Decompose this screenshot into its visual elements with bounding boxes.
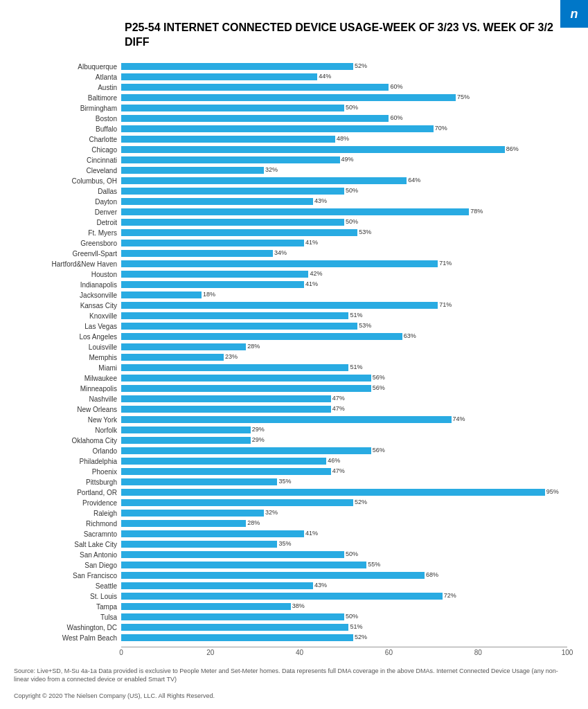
bar-container: 41% — [121, 281, 567, 288]
bar-container: 68% — [121, 572, 567, 579]
bar-label: Ft. Myers — [14, 229, 121, 237]
bar-label: Providence — [14, 499, 121, 507]
x-tick: 40 — [296, 649, 303, 656]
bar-label: Indianapolis — [14, 281, 121, 289]
bar-row: Atlanta44% — [14, 73, 567, 82]
bar-row: Detroit50% — [14, 218, 567, 227]
bar-value: 56% — [373, 374, 385, 381]
bar-container: 71% — [121, 302, 567, 309]
bar-label: Milwaukee — [14, 375, 121, 382]
bar-label: Houston — [14, 271, 121, 278]
bar-row: Minneapolis56% — [14, 384, 567, 393]
bar-row: Tulsa50% — [14, 613, 567, 622]
bar-value: 50% — [346, 550, 358, 557]
bar-container: 75% — [121, 94, 567, 101]
bar-value: 60% — [390, 83, 402, 90]
bar-row: Denver78% — [14, 208, 567, 217]
bar-label: Albuquerque — [14, 63, 121, 71]
bar-row: Phoenix47% — [14, 467, 567, 476]
bar-value: 75% — [457, 93, 470, 100]
bar-label: Charlotte — [14, 136, 121, 143]
bar-label: Cleveland — [14, 167, 121, 174]
bar-fill — [121, 115, 389, 122]
bar-row: New York74% — [14, 415, 567, 424]
bar-value: 56% — [373, 447, 385, 454]
bar-fill — [121, 343, 246, 350]
bar-value: 60% — [390, 114, 402, 121]
bar-label: Atlanta — [14, 73, 121, 81]
bar-value: 50% — [346, 218, 358, 225]
x-tick: 20 — [206, 649, 214, 656]
bar-fill — [121, 634, 353, 641]
bar-value: 50% — [346, 104, 358, 111]
bar-container: 32% — [121, 510, 567, 517]
bar-container: 28% — [121, 520, 567, 527]
bar-label: Orlando — [14, 447, 121, 455]
bar-row: Dayton43% — [14, 197, 567, 206]
bar-row: Cincinnati49% — [14, 156, 567, 165]
bar-row: Seattle43% — [14, 582, 567, 591]
bar-fill — [121, 260, 438, 267]
bar-value: 47% — [332, 405, 345, 412]
bar-row: Jacksonville18% — [14, 291, 567, 300]
x-tick: 100 — [562, 649, 573, 656]
bar-row: Pittsburgh35% — [14, 478, 567, 487]
bar-fill — [121, 541, 277, 548]
bar-fill — [121, 177, 407, 184]
bar-container: 41% — [121, 240, 567, 246]
bar-container: 55% — [121, 562, 567, 568]
bar-container: 46% — [121, 458, 567, 465]
bar-label: San Francisco — [14, 572, 121, 580]
bar-container: 53% — [121, 229, 567, 236]
bar-label: Nashville — [14, 395, 121, 403]
bar-container: 51% — [121, 364, 567, 371]
bar-label: Oklahoma City — [14, 437, 121, 445]
bar-row: Greensboro41% — [14, 239, 567, 248]
bar-value: 71% — [439, 301, 452, 308]
bar-row: West Palm Beach52% — [14, 634, 567, 643]
bar-value: 50% — [346, 187, 358, 194]
bar-container: 44% — [121, 73, 567, 80]
bar-fill — [121, 302, 438, 309]
bar-container: 18% — [121, 291, 567, 298]
bar-fill — [121, 530, 304, 537]
bar-fill — [121, 364, 348, 371]
bar-label: Chicago — [14, 146, 121, 154]
bar-value: 29% — [252, 426, 265, 433]
bar-row: Buffalo70% — [14, 125, 567, 134]
bar-value: 50% — [346, 613, 358, 620]
bar-container: 38% — [121, 603, 567, 610]
bar-value: 41% — [305, 280, 318, 287]
bar-fill — [121, 167, 264, 174]
bar-container: 70% — [121, 125, 567, 132]
bar-value: 43% — [314, 582, 327, 589]
bar-row: Tampa38% — [14, 602, 567, 611]
bar-value: 52% — [355, 62, 367, 69]
bar-value: 35% — [278, 478, 291, 485]
bar-value: 43% — [314, 197, 327, 204]
bar-fill — [121, 437, 251, 444]
bar-container: 50% — [121, 219, 567, 226]
bar-label: Los Angeles — [14, 333, 121, 341]
bar-fill — [121, 624, 348, 631]
bar-label: Baltimore — [14, 94, 121, 102]
bar-value: 51% — [350, 623, 362, 630]
bar-value: 78% — [470, 208, 483, 215]
bar-container: 74% — [121, 416, 567, 423]
bar-row: Birmingham50% — [14, 104, 567, 113]
bar-fill — [121, 593, 443, 600]
bar-label: Dayton — [14, 198, 121, 206]
bar-row: Louisville28% — [14, 343, 567, 352]
bar-container: 23% — [121, 354, 567, 361]
bar-fill — [121, 447, 371, 454]
bar-label: San Antonio — [14, 551, 121, 559]
bar-container: 47% — [121, 468, 567, 475]
bar-value: 71% — [439, 260, 452, 267]
bar-fill — [121, 281, 304, 288]
bar-value: 52% — [355, 499, 367, 505]
bar-value: 47% — [332, 395, 345, 402]
bar-label: Cincinnati — [14, 156, 121, 164]
bar-row: Houston42% — [14, 270, 567, 279]
bar-fill — [121, 385, 371, 392]
bar-row: Philadelphia46% — [14, 457, 567, 466]
